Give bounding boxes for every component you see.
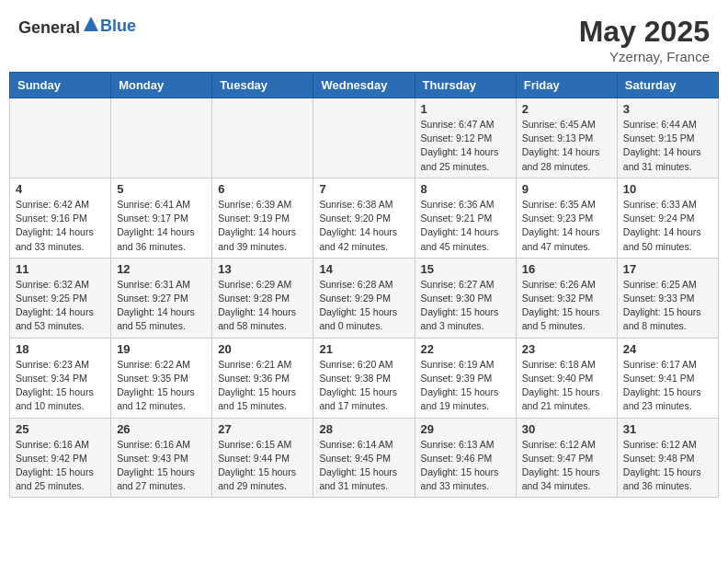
day-info: Sunrise: 6:19 AMSunset: 9:39 PMDaylight:… <box>421 358 510 414</box>
page-header: General Blue May 2025 Yzernay, France <box>0 0 728 72</box>
day-info: Sunrise: 6:26 AMSunset: 9:32 PMDaylight:… <box>522 278 611 334</box>
calendar-cell: 20Sunrise: 6:21 AMSunset: 9:36 PMDayligh… <box>212 338 313 418</box>
day-info: Sunrise: 6:12 AMSunset: 9:47 PMDaylight:… <box>522 438 611 494</box>
calendar-cell: 25Sunrise: 6:16 AMSunset: 9:42 PMDayligh… <box>10 418 111 498</box>
calendar-cell: 14Sunrise: 6:28 AMSunset: 9:29 PMDayligh… <box>313 258 415 338</box>
calendar-cell: 22Sunrise: 6:19 AMSunset: 9:39 PMDayligh… <box>415 338 516 418</box>
day-number: 3 <box>623 102 712 116</box>
day-info: Sunrise: 6:42 AMSunset: 9:16 PMDaylight:… <box>16 198 105 254</box>
logo-blue: Blue <box>100 17 136 35</box>
day-info: Sunrise: 6:31 AMSunset: 9:27 PMDaylight:… <box>117 278 206 334</box>
day-number: 21 <box>319 342 408 356</box>
calendar-cell: 6Sunrise: 6:39 AMSunset: 9:19 PMDaylight… <box>212 178 313 258</box>
day-number: 1 <box>421 102 510 116</box>
day-info: Sunrise: 6:27 AMSunset: 9:30 PMDaylight:… <box>421 278 510 334</box>
day-number: 12 <box>117 262 206 276</box>
day-number: 29 <box>421 422 510 436</box>
day-number: 11 <box>16 262 105 276</box>
calendar-cell: 1Sunrise: 6:47 AMSunset: 9:12 PMDaylight… <box>415 98 516 178</box>
day-number: 28 <box>319 422 408 436</box>
calendar-cell: 27Sunrise: 6:15 AMSunset: 9:44 PMDayligh… <box>212 418 313 498</box>
calendar-cell: 5Sunrise: 6:41 AMSunset: 9:17 PMDaylight… <box>111 178 212 258</box>
calendar-cell: 4Sunrise: 6:42 AMSunset: 9:16 PMDaylight… <box>10 178 111 258</box>
calendar-cell: 2Sunrise: 6:45 AMSunset: 9:13 PMDaylight… <box>516 98 617 178</box>
calendar-cell: 12Sunrise: 6:31 AMSunset: 9:27 PMDayligh… <box>111 258 212 338</box>
calendar-cell <box>212 98 313 178</box>
day-info: Sunrise: 6:18 AMSunset: 9:40 PMDaylight:… <box>522 358 611 414</box>
calendar-cell: 15Sunrise: 6:27 AMSunset: 9:30 PMDayligh… <box>415 258 516 338</box>
day-number: 25 <box>16 422 105 436</box>
calendar-cell: 17Sunrise: 6:25 AMSunset: 9:33 PMDayligh… <box>617 258 718 338</box>
day-info: Sunrise: 6:25 AMSunset: 9:33 PMDaylight:… <box>623 278 712 334</box>
calendar-cell: 21Sunrise: 6:20 AMSunset: 9:38 PMDayligh… <box>313 338 415 418</box>
day-number: 2 <box>522 102 611 116</box>
calendar-cell: 23Sunrise: 6:18 AMSunset: 9:40 PMDayligh… <box>516 338 617 418</box>
calendar-cell: 13Sunrise: 6:29 AMSunset: 9:28 PMDayligh… <box>212 258 313 338</box>
weekday-header-sunday: Sunday <box>10 73 111 98</box>
day-number: 24 <box>623 342 712 356</box>
day-info: Sunrise: 6:38 AMSunset: 9:20 PMDaylight:… <box>319 198 408 254</box>
day-info: Sunrise: 6:44 AMSunset: 9:15 PMDaylight:… <box>623 118 712 174</box>
day-info: Sunrise: 6:15 AMSunset: 9:44 PMDaylight:… <box>218 438 307 494</box>
day-number: 31 <box>623 422 712 436</box>
day-info: Sunrise: 6:28 AMSunset: 9:29 PMDaylight:… <box>319 278 408 334</box>
day-number: 23 <box>522 342 611 356</box>
day-number: 17 <box>623 262 712 276</box>
day-info: Sunrise: 6:12 AMSunset: 9:48 PMDaylight:… <box>623 438 712 494</box>
day-number: 4 <box>16 182 105 196</box>
day-info: Sunrise: 6:29 AMSunset: 9:28 PMDaylight:… <box>218 278 307 334</box>
calendar-cell: 29Sunrise: 6:13 AMSunset: 9:46 PMDayligh… <box>415 418 516 498</box>
day-number: 7 <box>319 182 408 196</box>
day-number: 27 <box>218 422 307 436</box>
day-number: 14 <box>319 262 408 276</box>
day-info: Sunrise: 6:21 AMSunset: 9:36 PMDaylight:… <box>218 358 307 414</box>
logo-icon <box>82 15 100 33</box>
day-info: Sunrise: 6:36 AMSunset: 9:21 PMDaylight:… <box>421 198 510 254</box>
calendar-cell: 3Sunrise: 6:44 AMSunset: 9:15 PMDaylight… <box>617 98 718 178</box>
logo-general: General <box>18 18 80 37</box>
day-number: 19 <box>117 342 206 356</box>
month-title: May 2025 <box>579 15 710 49</box>
week-row-2: 4Sunrise: 6:42 AMSunset: 9:16 PMDaylight… <box>10 178 719 258</box>
calendar-cell <box>313 98 415 178</box>
day-number: 10 <box>623 182 712 196</box>
day-number: 22 <box>421 342 510 356</box>
weekday-header-wednesday: Wednesday <box>313 73 415 98</box>
day-number: 30 <box>522 422 611 436</box>
svg-marker-0 <box>84 17 98 31</box>
calendar-cell: 19Sunrise: 6:22 AMSunset: 9:35 PMDayligh… <box>111 338 212 418</box>
day-info: Sunrise: 6:14 AMSunset: 9:45 PMDaylight:… <box>319 438 408 494</box>
calendar-cell <box>10 98 111 178</box>
day-info: Sunrise: 6:23 AMSunset: 9:34 PMDaylight:… <box>16 358 105 414</box>
title-area: May 2025 Yzernay, France <box>579 15 710 64</box>
calendar-cell <box>111 98 212 178</box>
day-number: 16 <box>522 262 611 276</box>
calendar-cell: 31Sunrise: 6:12 AMSunset: 9:48 PMDayligh… <box>617 418 718 498</box>
calendar-cell: 18Sunrise: 6:23 AMSunset: 9:34 PMDayligh… <box>10 338 111 418</box>
location: Yzernay, France <box>579 49 710 64</box>
week-row-5: 25Sunrise: 6:16 AMSunset: 9:42 PMDayligh… <box>10 418 719 498</box>
day-number: 20 <box>218 342 307 356</box>
day-info: Sunrise: 6:45 AMSunset: 9:13 PMDaylight:… <box>522 118 611 174</box>
day-info: Sunrise: 6:16 AMSunset: 9:42 PMDaylight:… <box>16 438 105 494</box>
calendar-cell: 7Sunrise: 6:38 AMSunset: 9:20 PMDaylight… <box>313 178 415 258</box>
week-row-1: 1Sunrise: 6:47 AMSunset: 9:12 PMDaylight… <box>10 98 719 178</box>
weekday-header-row: SundayMondayTuesdayWednesdayThursdayFrid… <box>10 73 719 98</box>
day-number: 15 <box>421 262 510 276</box>
week-row-3: 11Sunrise: 6:32 AMSunset: 9:25 PMDayligh… <box>10 258 719 338</box>
weekday-header-monday: Monday <box>111 73 212 98</box>
calendar-table: SundayMondayTuesdayWednesdayThursdayFrid… <box>9 72 719 498</box>
day-info: Sunrise: 6:47 AMSunset: 9:12 PMDaylight:… <box>421 118 510 174</box>
calendar-wrapper: SundayMondayTuesdayWednesdayThursdayFrid… <box>0 72 728 507</box>
day-info: Sunrise: 6:32 AMSunset: 9:25 PMDaylight:… <box>16 278 105 334</box>
day-number: 9 <box>522 182 611 196</box>
calendar-cell: 24Sunrise: 6:17 AMSunset: 9:41 PMDayligh… <box>617 338 718 418</box>
weekday-header-tuesday: Tuesday <box>212 73 313 98</box>
calendar-cell: 10Sunrise: 6:33 AMSunset: 9:24 PMDayligh… <box>617 178 718 258</box>
calendar-cell: 16Sunrise: 6:26 AMSunset: 9:32 PMDayligh… <box>516 258 617 338</box>
weekday-header-saturday: Saturday <box>617 73 718 98</box>
day-number: 26 <box>117 422 206 436</box>
day-number: 5 <box>117 182 206 196</box>
weekday-header-thursday: Thursday <box>415 73 516 98</box>
day-info: Sunrise: 6:41 AMSunset: 9:17 PMDaylight:… <box>117 198 206 254</box>
